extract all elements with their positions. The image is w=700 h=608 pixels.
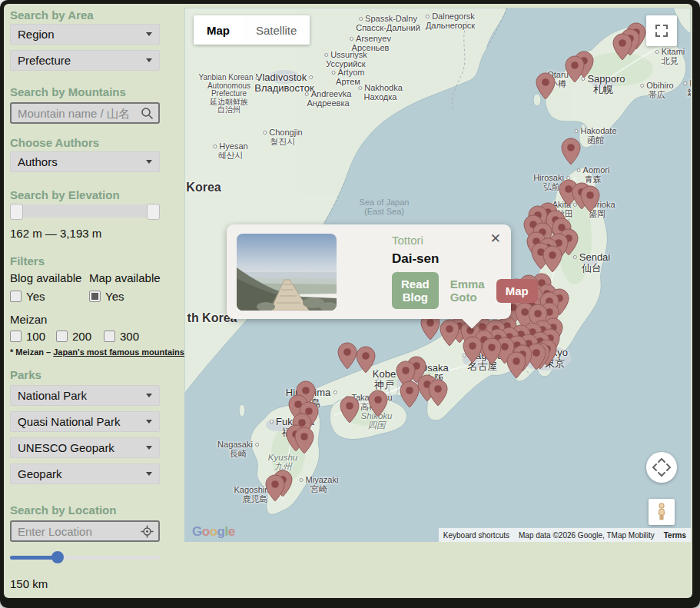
elevation-section-title: Search by Elevation <box>10 188 120 201</box>
prefecture-select[interactable]: Prefecture <box>10 50 160 71</box>
elevation-range-slider[interactable] <box>10 204 160 218</box>
meizan-100-checkbox[interactable] <box>10 331 22 342</box>
quasi-national-park-select[interactable]: Quasi National Park <box>10 411 160 432</box>
mountain-marker-pin[interactable] <box>580 185 600 213</box>
author-link[interactable]: Emma Goto <box>450 277 485 304</box>
map-yes-label: Yes <box>105 290 124 303</box>
page-background: Search by Area Region Prefecture Search … <box>4 4 692 598</box>
meizan-300-checkbox[interactable] <box>104 331 115 342</box>
pegman-icon <box>654 503 669 521</box>
mountain-marker-pin[interactable] <box>356 346 376 374</box>
elevation-max-handle[interactable] <box>147 204 160 220</box>
mountain-marker-pin[interactable] <box>565 55 585 83</box>
read-blog-button[interactable]: Read Blog <box>392 272 439 309</box>
mountain-photo <box>237 234 337 311</box>
location-section-title: Search by Location <box>10 503 116 517</box>
chevron-down-icon <box>146 472 152 476</box>
mountain-marker-pin[interactable] <box>561 138 581 165</box>
google-logo: Google <box>192 524 235 540</box>
area-section-title: Search by Area <box>10 8 94 22</box>
blog-available-checkbox[interactable] <box>10 291 22 302</box>
meizan-footnote-text: * Meizan – <box>10 347 51 357</box>
map-type-satellite-button[interactable]: Satellite <box>243 15 310 45</box>
close-icon[interactable]: ✕ <box>490 232 501 245</box>
quasi-national-park-value: Quasi National Park <box>18 415 120 428</box>
fullscreen-icon <box>655 25 668 37</box>
radius-text: 150 km <box>10 577 48 590</box>
meizan-label: Meizan <box>10 313 47 326</box>
blog-yes-label: Yes <box>26 290 45 303</box>
authors-select[interactable]: Authors <box>10 151 160 172</box>
map-type-control: Map Satellite <box>194 15 310 45</box>
blog-available-label: Blog available <box>10 271 81 284</box>
info-prefecture: Tottori <box>392 234 423 247</box>
chevron-down-icon <box>146 58 152 62</box>
region-select-value: Region <box>18 28 55 41</box>
map-available-checkbox[interactable] <box>89 291 101 302</box>
chevron-down-icon <box>146 32 152 36</box>
mountain-marker-pin[interactable] <box>368 390 388 417</box>
keyboard-shortcuts-link[interactable]: Keyboard shortcuts <box>439 528 514 542</box>
chevron-down-icon <box>146 446 152 450</box>
map-data-text: Map data ©2026 Google, TMap Mobility <box>514 528 659 542</box>
street-view-pegman-button[interactable] <box>649 499 675 525</box>
google-map[interactable]: Spassk-DalnyСпасск-ДальнийDalnegorskДаль… <box>184 8 691 542</box>
mountain-marker-pin[interactable] <box>337 342 357 370</box>
authors-section-title: Choose Authors <box>10 136 99 149</box>
filters-section-title: Filters <box>10 254 45 267</box>
location-input[interactable] <box>16 524 141 539</box>
pan-arrows-icon <box>651 457 672 478</box>
mountain-marker-pin[interactable] <box>265 474 285 502</box>
mountain-marker-pin[interactable] <box>400 380 420 408</box>
meizan-200-label: 200 <box>72 330 91 343</box>
meizan-200-checkbox[interactable] <box>56 331 68 342</box>
unesco-geopark-select[interactable]: UNESCO Geopark <box>10 437 160 458</box>
mountain-marker-pin[interactable] <box>340 396 360 424</box>
mountain-marker-pin[interactable] <box>536 72 556 100</box>
mountain-search-input[interactable] <box>16 106 141 121</box>
map-button[interactable]: Map <box>496 279 538 303</box>
meizan-footnote-link[interactable]: Japan's most famous mountains <box>53 347 184 357</box>
pan-control-button[interactable] <box>646 452 677 483</box>
geopark-select[interactable]: Geopark <box>10 463 160 484</box>
fullscreen-button[interactable] <box>646 15 677 46</box>
elevation-range-text: 162 m — 3,193 m <box>10 227 101 240</box>
map-available-label: Map available <box>89 271 161 284</box>
chevron-down-icon <box>146 394 152 397</box>
geopark-value: Geopark <box>18 467 62 480</box>
chevron-down-icon <box>146 160 152 164</box>
mountain-marker-pin[interactable] <box>463 336 483 364</box>
app-window: Search by Area Region Prefecture Search … <box>0 0 700 608</box>
elevation-min-handle[interactable] <box>10 204 23 220</box>
mountain-marker-pin[interactable] <box>428 379 448 407</box>
mountains-section-title: Search by Mountains <box>10 85 126 98</box>
mountain-search-field <box>10 102 160 124</box>
radius-slider[interactable] <box>10 551 160 563</box>
radius-slider-thumb[interactable] <box>51 551 64 563</box>
mountain-marker-pin[interactable] <box>294 427 314 454</box>
parks-section-title: Parks <box>10 368 41 381</box>
mountain-marker-pin[interactable] <box>612 33 632 61</box>
national-park-value: National Park <box>18 389 87 402</box>
chevron-down-icon <box>146 420 152 424</box>
mountain-marker-pin[interactable] <box>482 337 502 365</box>
mountain-marker-pin[interactable] <box>506 351 526 379</box>
mountain-marker-pin[interactable] <box>542 245 562 273</box>
radius-slider-fill <box>10 556 58 560</box>
unesco-geopark-value: UNESCO Geopark <box>18 441 114 454</box>
meizan-300-label: 300 <box>120 330 139 343</box>
prefecture-select-value: Prefecture <box>18 54 71 67</box>
national-park-select[interactable]: National Park <box>10 385 160 406</box>
mountain-marker-pin[interactable] <box>440 319 459 347</box>
authors-select-value: Authors <box>18 155 58 168</box>
terms-link[interactable]: Terms <box>659 528 691 542</box>
search-icon <box>141 107 154 120</box>
location-field <box>10 520 160 542</box>
info-mountain-name: Dai-sen <box>392 251 439 267</box>
map-type-map-button[interactable]: Map <box>194 15 243 45</box>
meizan-footnote: * Meizan – Japan's most famous mountains <box>10 347 184 357</box>
info-window: Tottori Dai-sen 大山 Read Blog Emma Goto M… <box>227 224 511 319</box>
region-select[interactable]: Region <box>10 24 160 45</box>
map-attribution: Keyboard shortcuts Map data ©2026 Google… <box>439 528 691 542</box>
meizan-100-label: 100 <box>26 330 45 343</box>
